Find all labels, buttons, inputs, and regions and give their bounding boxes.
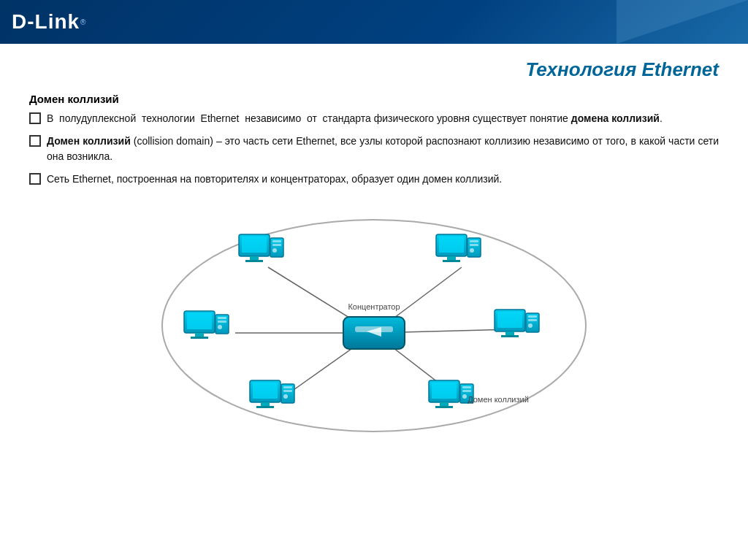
svg-rect-21: [447, 256, 456, 260]
svg-rect-22: [443, 260, 460, 262]
svg-rect-30: [191, 337, 208, 339]
page-title: Технология Ethernet: [525, 58, 719, 80]
checkbox-icon-1: [29, 112, 41, 124]
paragraph2-bold: Домен коллизий: [47, 135, 131, 147]
paragraph2-block: Домен коллизий (collision domain) – это …: [29, 134, 719, 164]
logo-text: D-Link: [12, 10, 80, 34]
paragraph1-end: .: [660, 112, 663, 124]
svg-rect-29: [195, 333, 204, 337]
svg-point-58: [462, 394, 467, 399]
svg-rect-40: [528, 315, 537, 318]
paragraph1-bold: домена коллизий: [571, 112, 660, 124]
svg-rect-49: [283, 390, 292, 392]
paragraph1-block: В полудуплексной технологии Ethernet нез…: [29, 111, 719, 126]
svg-text:Концентратор: Концентратор: [348, 302, 400, 311]
svg-rect-13: [250, 256, 259, 260]
paragraph1-main: В полудуплексной технологии Ethernet нез…: [47, 112, 571, 124]
header: D-Link ®: [0, 0, 748, 44]
dlink-logo: D-Link ®: [12, 10, 85, 34]
page-title-area: Технология Ethernet: [29, 58, 719, 81]
svg-rect-25: [470, 244, 478, 246]
checkbox-icon-3: [29, 173, 41, 185]
svg-point-50: [283, 394, 288, 399]
svg-rect-28: [187, 313, 212, 329]
svg-rect-57: [462, 390, 471, 392]
svg-rect-32: [218, 317, 226, 319]
content: Технология Ethernet Домен коллизий В пол…: [0, 44, 748, 450]
svg-rect-37: [505, 331, 514, 335]
svg-text:Домен коллизий: Домен коллизий: [468, 395, 529, 404]
svg-rect-38: [501, 335, 519, 337]
svg-rect-53: [440, 402, 449, 406]
svg-rect-20: [439, 237, 464, 253]
svg-rect-33: [218, 321, 226, 323]
svg-rect-36: [497, 312, 522, 328]
svg-rect-54: [435, 406, 453, 408]
svg-rect-14: [245, 260, 263, 262]
svg-point-34: [218, 325, 222, 329]
svg-rect-48: [283, 386, 292, 388]
network-diagram: Концентратор: [140, 194, 608, 442]
svg-rect-16: [272, 240, 281, 242]
svg-rect-45: [261, 402, 270, 406]
header-decoration: [617, 0, 748, 44]
paragraph3-block: Сеть Ethernet, построенная на повторител…: [29, 172, 719, 187]
paragraph3-text: Сеть Ethernet, построенная на повторител…: [47, 172, 719, 187]
paragraph2-rest: (collision domain) – это часть сети Ethe…: [47, 135, 719, 162]
section-heading: Домен коллизий: [29, 93, 719, 105]
svg-rect-24: [470, 240, 478, 242]
svg-rect-17: [272, 244, 281, 246]
svg-rect-12: [242, 237, 267, 253]
svg-rect-41: [528, 319, 537, 321]
svg-point-18: [272, 248, 277, 253]
logo-reg: ®: [80, 18, 85, 26]
svg-rect-56: [462, 386, 471, 388]
paragraph2-text: Домен коллизий (collision domain) – это …: [47, 134, 719, 164]
checkbox-icon-2: [29, 135, 41, 147]
diagram-area: Концентратор: [29, 194, 719, 442]
svg-point-42: [528, 323, 533, 328]
svg-rect-46: [256, 406, 274, 408]
paragraph1-text: В полудуплексной технологии Ethernet нез…: [47, 111, 719, 126]
svg-rect-44: [253, 383, 278, 399]
svg-rect-52: [432, 383, 457, 399]
svg-point-26: [470, 248, 474, 253]
